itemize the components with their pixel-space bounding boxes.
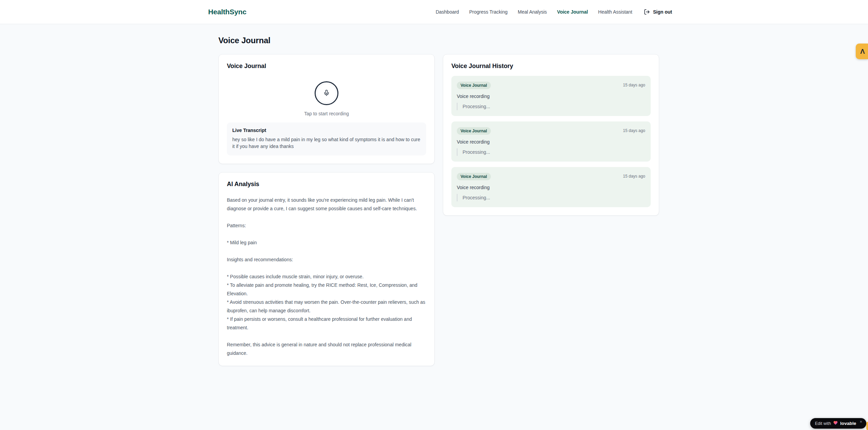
header: HealthSync Dashboard Progress Tracking M… xyxy=(0,0,868,24)
right-column: Voice Journal History Voice Journal 15 d… xyxy=(443,54,659,216)
history-entry[interactable]: Voice Journal 15 days ago Voice recordin… xyxy=(451,167,651,207)
gradient-heart-icon xyxy=(833,420,838,427)
entry-label: Voice recording xyxy=(457,185,645,190)
entry-timestamp: 15 days ago xyxy=(623,173,645,179)
header-inner: HealthSync Dashboard Progress Tracking M… xyxy=(208,0,672,24)
entry-label: Voice recording xyxy=(457,94,645,99)
history-entry-header: Voice Journal 15 days ago xyxy=(457,127,645,135)
brand-logo[interactable]: HealthSync xyxy=(208,8,246,16)
history-card-title: Voice Journal History xyxy=(451,63,651,70)
sign-out-label: Sign out xyxy=(653,9,672,15)
live-transcript-text: hey so like I do have a mild pain in my … xyxy=(232,136,421,150)
close-icon[interactable]: × xyxy=(859,419,862,424)
content-grid: Voice Journal Tap to start recording xyxy=(218,54,659,366)
ai-analysis-title: AI Analysis xyxy=(227,181,426,188)
history-entry[interactable]: Voice Journal 15 days ago Voice recordin… xyxy=(451,76,651,116)
entry-type-badge: Voice Journal xyxy=(457,127,491,135)
history-entry-header: Voice Journal 15 days ago xyxy=(457,173,645,180)
nav-item-voice-journal[interactable]: Voice Journal xyxy=(557,9,588,15)
history-entry-header: Voice Journal 15 days ago xyxy=(457,82,645,89)
live-transcript-box: Live Transcript hey so like I do have a … xyxy=(227,122,426,155)
ai-analysis-body: Based on your journal entry, it sounds l… xyxy=(227,196,426,358)
history-entry[interactable]: Voice Journal 15 days ago Voice recordin… xyxy=(451,121,651,162)
edit-with-lovable-badge[interactable]: Edit with lovable × xyxy=(810,418,866,429)
nav-item-dashboard[interactable]: Dashboard xyxy=(436,9,459,15)
lovable-mark-icon: Λ xyxy=(860,48,865,55)
lovable-wordmark: lovable xyxy=(840,421,856,426)
entry-processing-status: Processing... xyxy=(457,148,645,156)
entry-type-badge: Voice Journal xyxy=(457,173,491,180)
nav-item-meal-analysis[interactable]: Meal Analysis xyxy=(518,9,547,15)
entry-timestamp: 15 days ago xyxy=(623,127,645,133)
page-title: Voice Journal xyxy=(218,36,659,45)
recorder-card-title: Voice Journal xyxy=(227,63,426,70)
edit-with-label: Edit with xyxy=(815,421,831,426)
ai-analysis-card: AI Analysis Based on your journal entry,… xyxy=(218,172,435,366)
logout-icon xyxy=(644,9,650,15)
nav-item-progress-tracking[interactable]: Progress Tracking xyxy=(469,9,507,15)
entry-label: Voice recording xyxy=(457,139,645,145)
mic-button-area xyxy=(227,81,426,105)
tap-to-record-hint: Tap to start recording xyxy=(227,111,426,116)
entry-processing-status: Processing... xyxy=(457,103,645,110)
voice-journal-recorder-card: Voice Journal Tap to start recording xyxy=(218,54,435,164)
history-list: Voice Journal 15 days ago Voice recordin… xyxy=(451,76,651,207)
main-nav: Dashboard Progress Tracking Meal Analysi… xyxy=(436,9,672,15)
entry-processing-status: Processing... xyxy=(457,194,645,201)
sign-out-button[interactable]: Sign out xyxy=(644,9,672,15)
edge-dev-toggle-badge[interactable]: Λ xyxy=(856,44,868,59)
nav-item-health-assistant[interactable]: Health Assistant xyxy=(598,9,632,15)
left-column: Voice Journal Tap to start recording xyxy=(218,54,435,366)
entry-type-badge: Voice Journal xyxy=(457,82,491,89)
entry-timestamp: 15 days ago xyxy=(623,82,645,87)
microphone-icon xyxy=(323,89,330,97)
live-transcript-title: Live Transcript xyxy=(232,128,421,133)
voice-journal-history-card: Voice Journal History Voice Journal 15 d… xyxy=(443,54,659,216)
corner-amber-sliver xyxy=(866,422,868,430)
record-button[interactable] xyxy=(315,81,338,105)
main-content: Voice Journal Voice Journal xyxy=(218,24,659,366)
